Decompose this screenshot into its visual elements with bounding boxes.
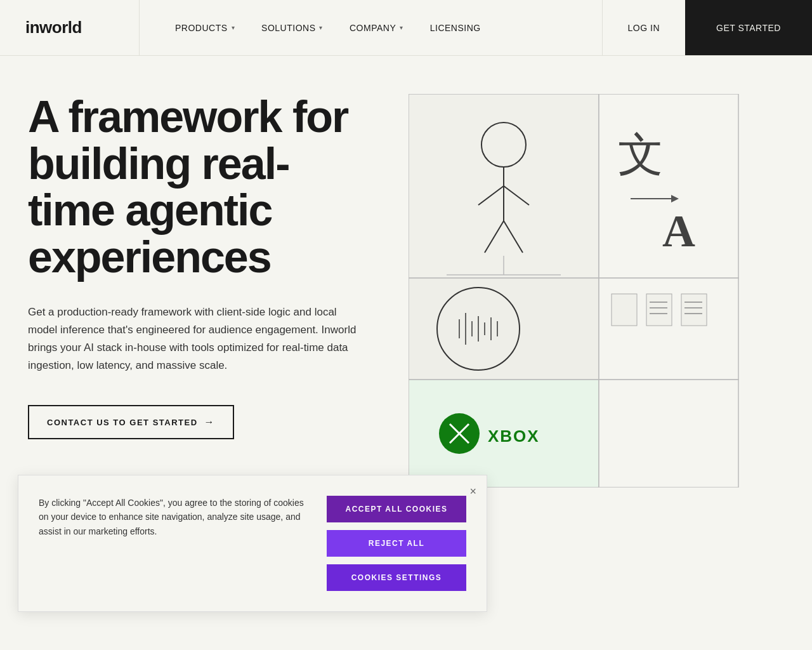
svg-rect-23 [612, 294, 637, 326]
hero-description: Get a production-ready framework with cl… [28, 303, 358, 375]
hero-visual: 文 A [409, 94, 784, 488]
reject-all-button[interactable]: REJECT ALL [327, 530, 466, 557]
get-started-nav-button[interactable]: GET STARTED [685, 0, 812, 55]
svg-text:文: 文 [618, 129, 664, 180]
cookie-actions: ACCEPT ALL COOKIES REJECT ALL COOKIES SE… [327, 496, 466, 591]
nav-links: PRODUCTS ▾ SOLUTIONS ▾ COMPANY ▾ LICENSI… [140, 0, 602, 55]
nav-products[interactable]: PRODUCTS ▾ [165, 18, 245, 38]
svg-rect-28 [681, 294, 707, 326]
svg-rect-24 [646, 294, 672, 326]
cookie-text-section: By clicking "Accept All Cookies", you ag… [39, 496, 309, 538]
navbar: inworld PRODUCTS ▾ SOLUTIONS ▾ COMPANY ▾… [0, 0, 812, 56]
hero-illustration: 文 A [409, 94, 751, 488]
navbar-right: LOG IN GET STARTED [602, 0, 812, 55]
cookie-close-button[interactable]: × [469, 486, 476, 497]
nav-company[interactable]: COMPANY ▾ [339, 18, 414, 38]
hero-content: A framework for building real-time agent… [28, 94, 396, 439]
cookie-description: By clicking "Accept All Cookies", you ag… [39, 496, 309, 538]
svg-rect-37 [599, 380, 738, 488]
nav-solutions[interactable]: SOLUTIONS ▾ [251, 18, 333, 38]
svg-rect-22 [599, 278, 738, 380]
cta-label: CONTACT US TO GET STARTED [47, 418, 198, 427]
logo[interactable]: inworld [25, 18, 82, 37]
chevron-down-icon: ▾ [400, 24, 403, 31]
login-button[interactable]: LOG IN [603, 0, 685, 55]
hero-title: A framework for building real-time agent… [28, 94, 370, 281]
logo-section: inworld [0, 0, 140, 55]
chevron-down-icon: ▾ [232, 24, 235, 31]
svg-text:A: A [662, 206, 695, 256]
chevron-down-icon: ▾ [319, 24, 323, 31]
accept-all-cookies-button[interactable]: ACCEPT ALL COOKIES [327, 496, 466, 522]
cookies-settings-button[interactable]: COOKIES SETTINGS [327, 564, 466, 591]
arrow-right-icon: → [204, 416, 216, 428]
svg-text:XBOX: XBOX [488, 427, 540, 446]
cookie-banner: × By clicking "Accept All Cookies", you … [18, 475, 487, 612]
nav-licensing[interactable]: LICENSING [420, 18, 491, 38]
hero-section: A framework for building real-time agent… [0, 56, 812, 513]
contact-us-button[interactable]: CONTACT US TO GET STARTED → [28, 405, 234, 439]
